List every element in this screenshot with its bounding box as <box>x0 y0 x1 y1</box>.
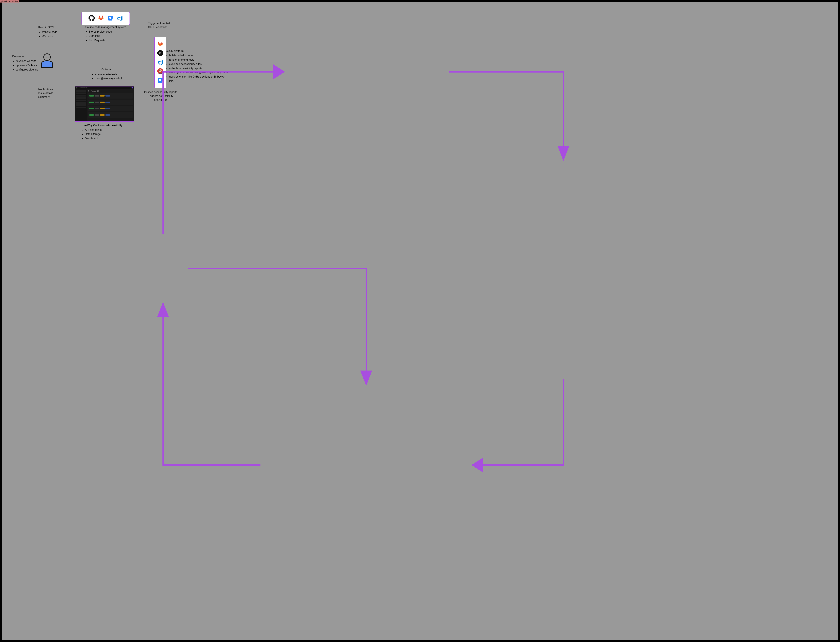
svg-point-6 <box>159 70 160 71</box>
scm-title: Source code management system <box>85 25 126 29</box>
cicd-label: CI/CD platform builds website code runs … <box>166 49 230 83</box>
scm-label: Source code management system Stores pro… <box>85 25 126 42</box>
trigger-label: Trigger automated CI/CD workflow <box>148 21 170 29</box>
bitbucket-icon <box>157 77 164 84</box>
svg-point-3 <box>160 53 161 54</box>
bitbucket-icon <box>107 15 114 22</box>
github-icon <box>88 15 95 22</box>
notifications-label: Notifications Issue details Summary <box>38 87 53 99</box>
push-scm-title: Push to SCM <box>38 26 57 29</box>
optional-title: Optional: <box>88 68 125 71</box>
svg-point-7 <box>161 70 161 71</box>
scm-box <box>81 12 130 25</box>
dashboard-title: My Projects (13) <box>88 90 133 92</box>
optional-label: Optional: executes e2e tests runs @userw… <box>88 68 125 81</box>
developer-label: Developer develops website updates e2e t… <box>12 55 38 72</box>
diagram-canvas: CONTINUOUS My Projects (13) Developer de… <box>2 2 838 640</box>
developer-icon <box>40 53 54 68</box>
svg-point-0 <box>44 54 50 60</box>
cicd-box <box>154 37 166 88</box>
circleci-icon <box>157 50 164 57</box>
userway-dashboard-thumbnail: CONTINUOUS My Projects (13) <box>75 86 134 122</box>
svg-point-5 <box>159 69 162 72</box>
azure-devops-icon <box>117 15 123 22</box>
jenkins-icon <box>157 68 164 75</box>
pushes-label: Pushes accessibility reports Triggers ac… <box>143 90 179 102</box>
azure-pipelines-icon <box>157 59 164 66</box>
outer-frame: Integration Architecture <box>0 0 840 642</box>
userway-label: UserWay Continuous-Accessibility API end… <box>81 123 122 141</box>
gitlab-icon <box>157 41 164 48</box>
cicd-title: CI/CD platform <box>166 49 230 53</box>
push-scm-label: Push to SCM website code e2e tests <box>38 26 57 39</box>
header-tab: Integration Architecture <box>0 0 19 3</box>
gitlab-icon <box>98 15 104 22</box>
developer-title: Developer <box>12 55 38 58</box>
userway-title: UserWay Continuous-Accessibility <box>81 123 122 127</box>
